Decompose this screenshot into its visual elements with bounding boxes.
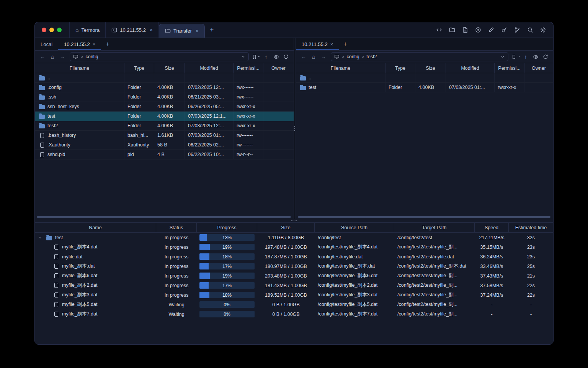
table-row[interactable]: sshd.pid pid 4 B 06/22/2025 10:... rw-r-… <box>35 150 294 159</box>
transfer-row[interactable]: myfile_副本5.dat Waiting 0% 0 B / 1.00GB /… <box>35 300 553 309</box>
panel-tab-remote[interactable]: 10.211.55.2 × <box>58 38 101 50</box>
refresh-icon[interactable] <box>281 52 291 61</box>
path-segment[interactable]: test2 <box>366 54 377 59</box>
chevron-down-icon[interactable] <box>500 54 505 59</box>
column-header-estimated-time[interactable]: Estimated time <box>509 223 553 232</box>
minimize-window-button[interactable] <box>49 28 54 32</box>
column-header-status[interactable]: Status <box>156 223 197 232</box>
search-icon[interactable] <box>527 27 533 33</box>
close-tab-icon[interactable]: × <box>93 42 96 47</box>
transfer-row[interactable]: myfile_副本4.dat In progress 19% 197.48MB … <box>35 242 553 252</box>
close-tab-icon[interactable]: × <box>330 42 333 47</box>
record-icon[interactable] <box>475 27 481 33</box>
panel-tab-local[interactable]: Local <box>35 38 58 50</box>
edit-pencil-icon[interactable] <box>488 27 494 33</box>
tab-transfer[interactable]: Transfer × <box>159 24 205 38</box>
column-header-name[interactable]: Name <box>35 223 156 232</box>
column-header-type[interactable]: Type <box>385 63 415 73</box>
panel-tab-remote[interactable]: 10.211.55.2 × <box>296 38 339 50</box>
column-header-filename[interactable]: Filename <box>35 63 124 73</box>
transfer-row[interactable]: myfile.dat In progress 18% 187.87MB / 1.… <box>35 252 553 261</box>
transfer-row[interactable]: myfile_副本2.dat In progress 17% 181.43MB … <box>35 281 553 290</box>
table-row[interactable]: .. <box>296 73 553 83</box>
home-button[interactable]: ⌂ <box>309 52 318 61</box>
transfer-row[interactable]: test In progress 13% 1.11GB / 8.00GB /co… <box>35 233 553 242</box>
path-separator: > <box>81 54 83 59</box>
column-header-modified[interactable]: Modified <box>446 63 495 73</box>
left-panel-tabs: Local 10.211.55.2 × + <box>35 38 294 51</box>
new-panel-tab-button[interactable]: + <box>101 38 114 50</box>
transfer-row[interactable]: myfile_副本3.dat In progress 18% 189.52MB … <box>35 290 553 300</box>
folder-icon <box>165 28 171 34</box>
close-tab-icon[interactable]: × <box>150 27 153 33</box>
table-row[interactable]: .Xauthority Xauthority 58 B 06/22/2025 0… <box>35 140 294 150</box>
back-button[interactable]: ← <box>299 52 309 61</box>
folder-icon[interactable] <box>449 27 455 33</box>
table-row[interactable]: test2 Folder 4.00KB 07/03/2025 12:... rw… <box>35 121 294 131</box>
transfer-row[interactable]: myfile_副本7.dat Waiting 0% 0 B / 1.00GB /… <box>35 309 553 319</box>
settings-gear-icon[interactable] <box>540 27 546 33</box>
column-header-permissions[interactable]: Permissi... <box>495 63 524 73</box>
forward-button[interactable]: → <box>318 52 328 61</box>
target-path: /config/test2/test/myfile.dat <box>394 254 475 260</box>
column-header-filename[interactable]: Filename <box>296 63 385 73</box>
chevron-down-icon[interactable] <box>241 54 245 59</box>
column-header-owner[interactable]: Owner <box>263 63 294 73</box>
file-size: 4.00KB <box>154 121 185 130</box>
column-header-size[interactable]: Size <box>257 223 315 232</box>
column-header-owner[interactable]: Owner <box>524 63 553 73</box>
code-icon[interactable] <box>436 27 442 33</box>
table-row[interactable]: test Folder 4.00KB 07/03/2025 01:... rwx… <box>296 83 553 92</box>
file-permissions: rw-r--r-- <box>234 150 263 159</box>
table-row[interactable]: .bash_history bash_hi... 1.61KB 07/03/20… <box>35 131 294 140</box>
upload-button[interactable]: ↑ <box>261 52 271 61</box>
path-segment[interactable]: config <box>85 54 98 59</box>
column-header-speed[interactable]: Speed <box>475 223 509 232</box>
close-tab-icon[interactable]: × <box>196 28 199 34</box>
show-hidden-eye-icon[interactable] <box>531 52 541 61</box>
transfer-splitter[interactable] <box>35 219 553 222</box>
zoom-window-button[interactable] <box>57 28 62 32</box>
new-tab-button[interactable]: + <box>205 22 219 38</box>
column-header-permissions[interactable]: Permissi... <box>234 63 263 73</box>
table-row[interactable]: .. <box>35 73 294 83</box>
horizontal-scrollbar[interactable] <box>298 216 550 218</box>
back-button[interactable]: ← <box>38 52 47 61</box>
file-owner <box>263 121 294 130</box>
path-bar[interactable]: > config > test2 <box>331 52 508 61</box>
path-segment[interactable]: config <box>346 54 359 59</box>
tab-host-session[interactable]: 10.211.55.2 × <box>106 22 159 38</box>
column-header-target-path[interactable]: Target Path <box>394 223 475 232</box>
column-header-progress[interactable]: Progress <box>197 223 257 232</box>
table-row-selected[interactable]: test Folder 4.00KB 07/03/2025 12:1... rw… <box>35 112 294 121</box>
refresh-icon[interactable] <box>541 52 550 61</box>
home-button[interactable]: ⌂ <box>47 52 57 61</box>
new-panel-tab-button[interactable]: + <box>339 38 351 50</box>
collapse-chevron-icon[interactable] <box>37 235 43 240</box>
column-header-size[interactable]: Size <box>415 63 446 73</box>
bookmark-button[interactable] <box>251 52 261 61</box>
key-icon[interactable] <box>501 27 507 33</box>
table-row[interactable]: ssh_host_keys Folder 4.00KB 06/26/2025 0… <box>35 102 294 112</box>
close-window-button[interactable] <box>42 28 46 32</box>
table-row[interactable]: .ssh Folder 4.00KB 06/21/2025 03:... rwx… <box>35 92 294 102</box>
horizontal-scrollbar[interactable] <box>37 216 291 218</box>
path-separator: > <box>342 54 344 59</box>
tab-termora[interactable]: ⌂ Termora <box>69 22 106 38</box>
path-bar[interactable]: > config <box>70 52 249 61</box>
file-type: Xauthority <box>124 140 154 150</box>
transfer-row[interactable]: myfile_副本.dat In progress 17% 180.97MB /… <box>35 261 553 271</box>
column-header-source-path[interactable]: Source Path <box>315 223 394 232</box>
column-header-size[interactable]: Size <box>154 63 185 73</box>
log-document-icon[interactable] <box>462 27 468 33</box>
column-header-modified[interactable]: Modified <box>185 63 234 73</box>
transfer-name: myfile.dat <box>62 254 83 260</box>
transfer-row[interactable]: myfile_副本6.dat In progress 19% 203.48MB … <box>35 271 553 281</box>
git-branch-icon[interactable] <box>514 27 520 33</box>
upload-button[interactable]: ↑ <box>521 52 531 61</box>
forward-button[interactable]: → <box>57 52 67 61</box>
table-row[interactable]: .config Folder 4.00KB 07/02/2025 12:... … <box>35 83 294 92</box>
column-header-type[interactable]: Type <box>124 63 154 73</box>
show-hidden-eye-icon[interactable] <box>271 52 281 61</box>
bookmark-button[interactable] <box>511 52 521 61</box>
